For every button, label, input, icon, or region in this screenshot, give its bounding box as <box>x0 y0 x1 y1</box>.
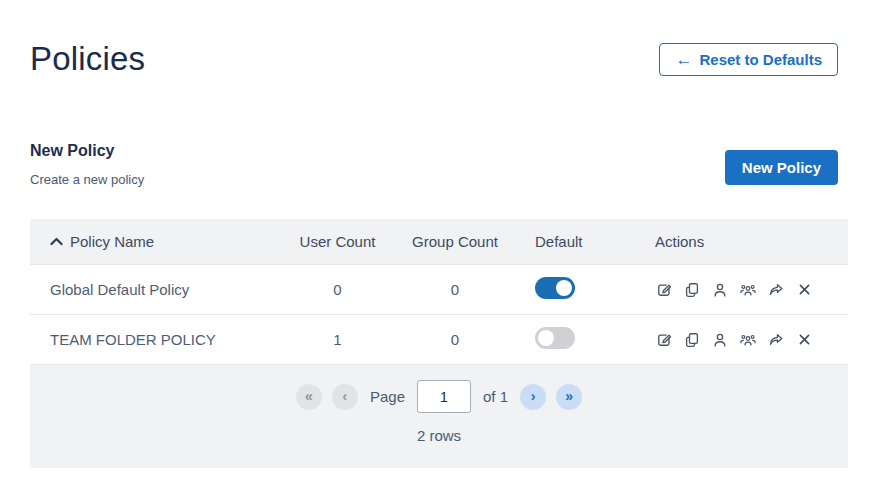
table-row: TEAM FOLDER POLICY 1 0 <box>30 315 848 365</box>
edit-icon[interactable] <box>655 331 673 349</box>
table-footer: « ‹ Page of 1 › » 2 rows <box>30 365 848 468</box>
top-bar: Policies ← Reset to Defaults <box>30 40 848 78</box>
reset-button-label: Reset to Defaults <box>699 51 822 68</box>
share-icon[interactable] <box>767 331 785 349</box>
group-count-cell: 0 <box>390 281 520 298</box>
table-row: Global Default Policy 0 0 <box>30 265 848 315</box>
policies-table: Policy Name User Count Group Count Defau… <box>30 219 848 468</box>
column-header-default: Default <box>520 233 640 250</box>
actions-cell <box>640 331 848 349</box>
section-subtitle: Create a new policy <box>30 172 144 187</box>
of-total-label: of 1 <box>483 388 508 405</box>
user-count-cell: 0 <box>285 281 390 298</box>
rows-count: 2 rows <box>30 427 848 444</box>
table-header-row: Policy Name User Count Group Count Defau… <box>30 219 848 265</box>
actions-cell <box>640 281 848 299</box>
page-title: Policies <box>30 40 145 78</box>
default-toggle[interactable] <box>535 327 575 349</box>
new-policy-section: New Policy Create a new policy New Polic… <box>30 142 848 187</box>
edit-icon[interactable] <box>655 281 673 299</box>
group-count-cell: 0 <box>390 331 520 348</box>
column-header-group-count: Group Count <box>390 233 520 250</box>
pagination: « ‹ Page of 1 › » <box>30 380 848 413</box>
left-arrow-icon: ← <box>675 51 692 68</box>
toggle-knob <box>556 280 572 296</box>
delete-x-icon[interactable] <box>795 331 813 349</box>
next-page-button[interactable]: › <box>520 384 546 410</box>
delete-x-icon[interactable] <box>795 281 813 299</box>
user-icon[interactable] <box>711 281 729 299</box>
column-header-actions: Actions <box>640 233 848 250</box>
first-page-button[interactable]: « <box>296 384 322 410</box>
default-cell <box>520 327 640 352</box>
default-cell <box>520 277 640 302</box>
prev-page-button[interactable]: ‹ <box>332 384 358 410</box>
user-group-icon[interactable] <box>739 331 757 349</box>
page-number-input[interactable] <box>417 380 471 413</box>
section-heading: New Policy <box>30 142 144 160</box>
policy-name-cell: TEAM FOLDER POLICY <box>30 331 285 348</box>
reset-to-defaults-button[interactable]: ← Reset to Defaults <box>659 43 838 76</box>
page-label: Page <box>370 388 405 405</box>
column-label: Policy Name <box>70 233 154 250</box>
sort-chevron-up-icon[interactable] <box>50 237 63 246</box>
share-icon[interactable] <box>767 281 785 299</box>
section-text: New Policy Create a new policy <box>30 142 144 187</box>
new-policy-button[interactable]: New Policy <box>725 150 838 185</box>
default-toggle[interactable] <box>535 277 575 299</box>
user-group-icon[interactable] <box>739 281 757 299</box>
policies-page: Policies ← Reset to Defaults New Policy … <box>0 40 878 468</box>
copy-icon[interactable] <box>683 281 701 299</box>
user-count-cell: 1 <box>285 331 390 348</box>
last-page-button[interactable]: » <box>556 384 582 410</box>
column-header-user-count: User Count <box>285 233 390 250</box>
policy-name-cell: Global Default Policy <box>30 281 285 298</box>
toggle-knob <box>538 330 554 346</box>
user-icon[interactable] <box>711 331 729 349</box>
copy-icon[interactable] <box>683 331 701 349</box>
column-header-policy-name[interactable]: Policy Name <box>30 233 285 250</box>
